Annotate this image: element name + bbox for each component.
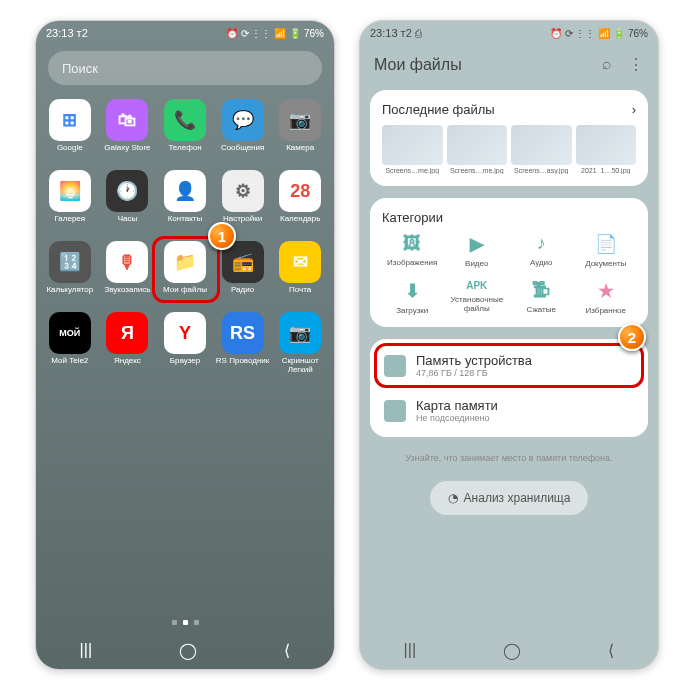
storage-icon (384, 355, 406, 377)
nav-bar: ||| ◯ ⟨ (360, 631, 658, 669)
phone-home-screen: 23:13 т2 ⏰ ⟳ ⋮⋮ 📶 🔋 76% Поиск ⊞Google🛍Ga… (35, 20, 335, 670)
app-rs проводник[interactable]: RSRS Проводник (215, 312, 271, 375)
status-bar: 23:13 т2 ⏰ ⟳ ⋮⋮ 📶 🔋 76% (36, 21, 334, 45)
search-placeholder: Поиск (62, 61, 98, 76)
app-календарь[interactable]: 28Календарь (272, 170, 328, 231)
app-почта[interactable]: ✉Почта (272, 241, 328, 302)
recent-file[interactable]: Screens…asy.jpg (511, 125, 572, 174)
more-icon[interactable]: ⋮ (628, 55, 644, 74)
categories-header: Категории (382, 210, 443, 225)
app-звукозапись[interactable]: 🎙Звукозапись (100, 241, 156, 302)
page-title: Мои файлы (374, 56, 462, 74)
category-загрузки[interactable]: ⬇Загрузки (382, 280, 443, 315)
app-телефон[interactable]: 📞Телефон (157, 99, 213, 160)
phone-my-files: 23:13 т2 ⎙ ⏰ ⟳ ⋮⋮ 📶 🔋 76% Мои файлы ⌕ ⋮ … (359, 20, 659, 670)
callout-badge-2: 2 (618, 323, 646, 351)
app-радио[interactable]: 📻Радио (215, 241, 271, 302)
app-калькулятор[interactable]: 🔢Калькулятор (42, 241, 98, 302)
app-сообщения[interactable]: 💬Сообщения (215, 99, 271, 160)
nav-back[interactable]: ⟨ (608, 641, 614, 660)
storage-hint: Узнайте, что занимает место в памяти тел… (370, 453, 648, 463)
chart-icon: ◔ (448, 491, 458, 505)
category-установочные файлы[interactable]: APKУстановочные файлы (447, 280, 508, 315)
nav-bar: ||| ◯ ⟨ (36, 631, 334, 669)
recent-file[interactable]: 2021_1…50.jpg (576, 125, 637, 174)
category-документы[interactable]: 📄Документы (576, 233, 637, 268)
category-сжатые[interactable]: 🗜Сжатые (511, 280, 572, 315)
category-видео[interactable]: ▶Видео (447, 233, 508, 268)
status-bar: 23:13 т2 ⎙ ⏰ ⟳ ⋮⋮ 📶 🔋 76% (360, 21, 658, 45)
search-icon[interactable]: ⌕ (602, 55, 612, 74)
app-браузер[interactable]: YБраузер (157, 312, 213, 375)
page-indicator (36, 620, 334, 625)
nav-back[interactable]: ⟨ (284, 641, 290, 660)
recent-file[interactable]: Screens…me.jpg (447, 125, 508, 174)
app-камера[interactable]: 📷Камера (272, 99, 328, 160)
category-аудио[interactable]: ♪Аудио (511, 233, 572, 268)
categories-card: Категории 🖼Изображения▶Видео♪Аудио📄Докум… (370, 198, 648, 327)
app-мой tele2[interactable]: МОЙМой Tele2 (42, 312, 98, 375)
search-input[interactable]: Поиск (48, 51, 322, 85)
nav-recent[interactable]: ||| (404, 641, 416, 659)
recent-files-card: Последние файлы › Screens…me.jpgScreens…… (370, 90, 648, 186)
nav-home[interactable]: ◯ (503, 641, 521, 660)
sd-card-row[interactable]: Карта памятиНе подсоединено (370, 388, 648, 433)
app-galaxy store[interactable]: 🛍Galaxy Store (100, 99, 156, 160)
app-google[interactable]: ⊞Google (42, 99, 98, 160)
app-header: Мои файлы ⌕ ⋮ (360, 45, 658, 84)
app-скриншот легкий[interactable]: 📷Скриншот Легкий (272, 312, 328, 375)
category-изображения[interactable]: 🖼Изображения (382, 233, 443, 268)
storage-icon (384, 400, 406, 422)
callout-badge-1: 1 (208, 222, 236, 250)
app-часы[interactable]: 🕐Часы (100, 170, 156, 231)
analyze-storage-button[interactable]: ◔ Анализ хранилища (430, 481, 589, 515)
nav-recent[interactable]: ||| (80, 641, 92, 659)
app-мои файлы[interactable]: 📁Мои файлы (157, 241, 213, 302)
app-контакты[interactable]: 👤Контакты (157, 170, 213, 231)
recent-header: Последние файлы (382, 102, 495, 117)
apps-grid: ⊞Google🛍Galaxy Store📞Телефон💬Сообщения📷К… (36, 91, 334, 383)
app-галерея[interactable]: 🌅Галерея (42, 170, 98, 231)
device-memory-row[interactable]: Память устройства47,86 ГБ / 128 ГБ (370, 343, 648, 388)
category-избранное[interactable]: ★Избранное (576, 280, 637, 315)
recent-file[interactable]: Screens…me.jpg (382, 125, 443, 174)
nav-home[interactable]: ◯ (179, 641, 197, 660)
app-яндекс[interactable]: ЯЯндекс (100, 312, 156, 375)
chevron-right-icon[interactable]: › (632, 102, 636, 117)
storage-card: Память устройства47,86 ГБ / 128 ГБКарта … (370, 339, 648, 437)
